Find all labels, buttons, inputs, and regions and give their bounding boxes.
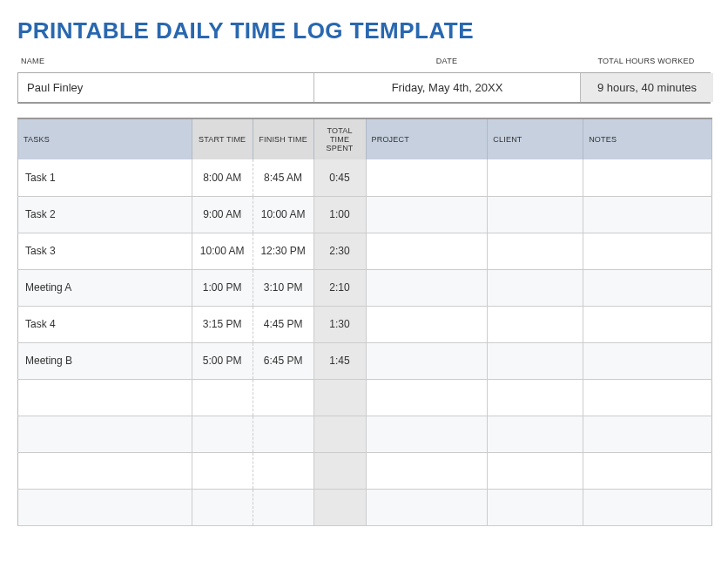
table-row: Task 43:15 PM4:45 PM1:30 bbox=[18, 306, 712, 342]
cell-finish[interactable]: 3:10 PM bbox=[253, 269, 313, 306]
cell-start[interactable]: 8:00 AM bbox=[192, 159, 253, 196]
cell-start[interactable]: 10:00 AM bbox=[192, 233, 253, 269]
cell-client[interactable] bbox=[488, 416, 583, 452]
header-tasks: TASKS bbox=[18, 118, 192, 159]
cell-start[interactable] bbox=[192, 379, 253, 416]
cell-project[interactable] bbox=[366, 233, 488, 269]
cell-start[interactable] bbox=[192, 416, 253, 452]
header-client: CLIENT bbox=[488, 118, 583, 159]
cell-client[interactable] bbox=[488, 452, 583, 489]
meta-labels-row: NAME DATE TOTAL HOURS WORKED bbox=[17, 57, 711, 69]
table-row bbox=[18, 452, 712, 489]
header-project: PROJECT bbox=[366, 118, 488, 159]
cell-total bbox=[313, 489, 366, 525]
cell-total: 2:10 bbox=[313, 269, 366, 306]
cell-client[interactable] bbox=[488, 379, 583, 416]
header-finish: FINISH TIME bbox=[253, 118, 313, 159]
header-row: TASKS START TIME FINISH TIME TOTAL TIME … bbox=[18, 118, 712, 159]
cell-finish[interactable]: 12:30 PM bbox=[253, 233, 313, 269]
name-label: NAME bbox=[17, 57, 313, 69]
cell-start[interactable]: 9:00 AM bbox=[192, 196, 253, 233]
cell-task[interactable]: Task 4 bbox=[18, 306, 192, 342]
cell-start[interactable]: 1:00 PM bbox=[192, 269, 253, 306]
cell-notes[interactable] bbox=[583, 489, 712, 525]
page-title: PRINTABLE DAILY TIME LOG TEMPLATE bbox=[17, 17, 711, 44]
cell-client[interactable] bbox=[488, 306, 583, 342]
cell-notes[interactable] bbox=[583, 416, 712, 452]
cell-project[interactable] bbox=[366, 196, 488, 233]
cell-project[interactable] bbox=[366, 379, 488, 416]
meta-values-row: Paul Finley Friday, May 4th, 20XX 9 hour… bbox=[17, 72, 711, 104]
cell-client[interactable] bbox=[488, 489, 583, 525]
date-label: DATE bbox=[313, 57, 580, 69]
cell-client[interactable] bbox=[488, 269, 583, 306]
name-value[interactable]: Paul Finley bbox=[18, 73, 314, 102]
cell-notes[interactable] bbox=[583, 159, 712, 196]
cell-total: 0:45 bbox=[313, 159, 366, 196]
cell-total bbox=[313, 416, 366, 452]
cell-project[interactable] bbox=[366, 416, 488, 452]
total-value: 9 hours, 40 minutes bbox=[581, 73, 713, 102]
header-notes: NOTES bbox=[583, 118, 712, 159]
cell-project[interactable] bbox=[366, 452, 488, 489]
total-label: TOTAL HOURS WORKED bbox=[580, 57, 712, 69]
cell-finish[interactable]: 8:45 AM bbox=[253, 159, 313, 196]
cell-start[interactable] bbox=[192, 452, 253, 489]
cell-finish[interactable]: 4:45 PM bbox=[253, 306, 313, 342]
cell-finish[interactable] bbox=[253, 379, 313, 416]
cell-project[interactable] bbox=[366, 342, 488, 379]
cell-client[interactable] bbox=[488, 159, 583, 196]
table-row: Task 310:00 AM12:30 PM2:30 bbox=[18, 233, 712, 269]
cell-notes[interactable] bbox=[583, 342, 712, 379]
header-start: START TIME bbox=[192, 118, 253, 159]
cell-task[interactable]: Meeting A bbox=[18, 269, 192, 306]
cell-finish[interactable]: 10:00 AM bbox=[253, 196, 313, 233]
cell-notes[interactable] bbox=[583, 233, 712, 269]
cell-total: 2:30 bbox=[313, 233, 366, 269]
cell-notes[interactable] bbox=[583, 196, 712, 233]
table-row: Meeting B5:00 PM6:45 PM1:45 bbox=[18, 342, 712, 379]
table-row: Meeting A1:00 PM3:10 PM2:10 bbox=[18, 269, 712, 306]
header-total: TOTAL TIME SPENT bbox=[313, 118, 366, 159]
cell-total: 1:30 bbox=[313, 306, 366, 342]
cell-start[interactable] bbox=[192, 489, 253, 525]
cell-finish[interactable] bbox=[253, 452, 313, 489]
table-body: Task 18:00 AM8:45 AM0:45Task 29:00 AM10:… bbox=[18, 159, 712, 525]
cell-task[interactable]: Task 3 bbox=[18, 233, 192, 269]
cell-total: 1:00 bbox=[313, 196, 366, 233]
time-log-table: TASKS START TIME FINISH TIME TOTAL TIME … bbox=[17, 118, 712, 526]
cell-start[interactable]: 5:00 PM bbox=[192, 342, 253, 379]
cell-start[interactable]: 3:15 PM bbox=[192, 306, 253, 342]
cell-project[interactable] bbox=[366, 306, 488, 342]
table-row bbox=[18, 416, 712, 452]
table-row bbox=[18, 379, 712, 416]
cell-notes[interactable] bbox=[583, 269, 712, 306]
cell-total bbox=[313, 452, 366, 489]
cell-notes[interactable] bbox=[583, 452, 712, 489]
cell-task[interactable] bbox=[18, 416, 192, 452]
table-row: Task 29:00 AM10:00 AM1:00 bbox=[18, 196, 712, 233]
cell-task[interactable] bbox=[18, 379, 192, 416]
cell-notes[interactable] bbox=[583, 379, 712, 416]
cell-project[interactable] bbox=[366, 489, 488, 525]
cell-notes[interactable] bbox=[583, 306, 712, 342]
cell-task[interactable]: Task 2 bbox=[18, 196, 192, 233]
cell-task[interactable] bbox=[18, 452, 192, 489]
cell-finish[interactable] bbox=[253, 489, 313, 525]
cell-finish[interactable] bbox=[253, 416, 313, 452]
cell-finish[interactable]: 6:45 PM bbox=[253, 342, 313, 379]
date-value[interactable]: Friday, May 4th, 20XX bbox=[314, 73, 581, 102]
cell-client[interactable] bbox=[488, 342, 583, 379]
cell-task[interactable] bbox=[18, 489, 192, 525]
cell-total: 1:45 bbox=[313, 342, 366, 379]
cell-task[interactable]: Meeting B bbox=[18, 342, 192, 379]
table-row: Task 18:00 AM8:45 AM0:45 bbox=[18, 159, 712, 196]
cell-project[interactable] bbox=[366, 269, 488, 306]
cell-project[interactable] bbox=[366, 159, 488, 196]
cell-client[interactable] bbox=[488, 233, 583, 269]
cell-client[interactable] bbox=[488, 196, 583, 233]
cell-total bbox=[313, 379, 366, 416]
cell-task[interactable]: Task 1 bbox=[18, 159, 192, 196]
table-row bbox=[18, 489, 712, 525]
